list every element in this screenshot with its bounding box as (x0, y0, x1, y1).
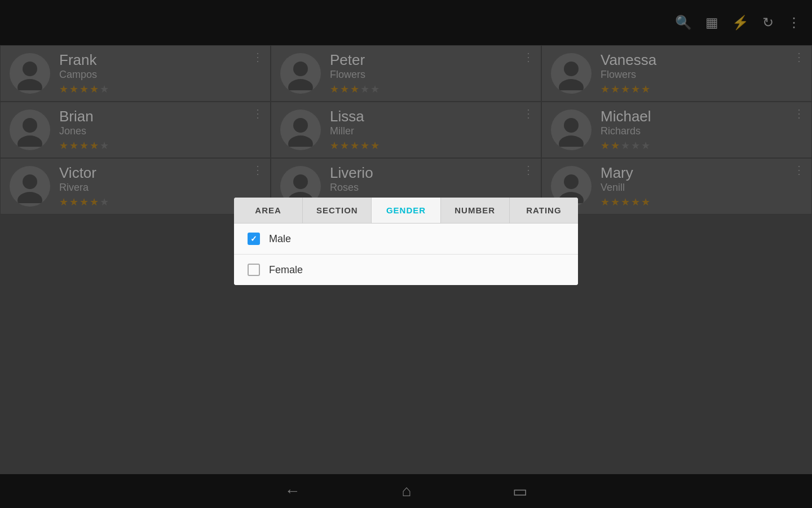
dialog-tab-number[interactable]: NUMBER (441, 198, 510, 223)
dialog-tabs: AREASECTIONGENDERNUMBERRATING (234, 198, 578, 224)
dialog-tab-section[interactable]: SECTION (303, 198, 372, 223)
dialog-body: MaleFemale (234, 224, 578, 285)
dialog-option-female[interactable]: Female (234, 255, 578, 285)
dialog-tab-rating[interactable]: RATING (510, 198, 578, 223)
filter-dialog: AREASECTIONGENDERNUMBERRATING MaleFemale (234, 198, 578, 285)
dialog-tab-gender[interactable]: GENDER (372, 198, 440, 223)
checkbox-male[interactable] (248, 233, 260, 245)
option-label-female: Female (269, 264, 303, 276)
dialog-option-male[interactable]: Male (234, 224, 578, 255)
dialog-tab-area[interactable]: AREA (234, 198, 303, 223)
checkbox-female[interactable] (248, 264, 260, 276)
option-label-male: Male (269, 233, 291, 245)
